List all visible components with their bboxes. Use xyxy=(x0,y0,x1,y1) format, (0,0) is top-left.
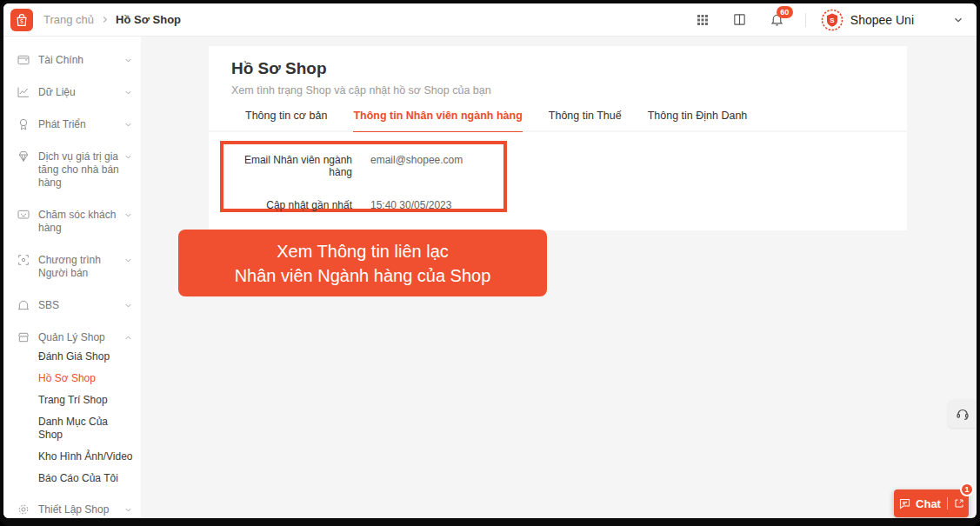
sidebar-item-phat-trien[interactable]: Phát Triển xyxy=(17,117,134,131)
annotation-highlight-box: Email Nhân viên ngành hàng email@shopee.… xyxy=(220,141,507,212)
sidebar-item-chuong-trinh-nguoi-ban[interactable]: Chương trình Người bán xyxy=(17,253,134,280)
apps-grid-icon[interactable] xyxy=(696,13,710,27)
sidebar-item-cham-soc-khach-hang[interactable]: Chăm sóc khách hàng xyxy=(17,208,134,235)
field-label: Email Nhân viên ngành hàng xyxy=(223,154,352,178)
seller-program-icon xyxy=(17,253,30,267)
gear-icon xyxy=(17,503,30,516)
chat-popout-icon[interactable] xyxy=(954,498,964,509)
guide-book-icon[interactable] xyxy=(732,12,747,27)
tab-thong-tin-dinh-danh[interactable]: Thông tin Định Danh xyxy=(648,110,748,134)
sidebar-subitem-ho-so-shop[interactable]: Hồ Sơ Shop xyxy=(38,370,134,387)
sidebar-item-dich-vu-gia-tri[interactable]: Dịch vụ giá trị gia tăng cho nhà bán hàn… xyxy=(17,150,134,190)
medal-icon xyxy=(17,117,30,131)
breadcrumb-separator-icon xyxy=(100,15,110,24)
sidebar-subitem-trang-tri-shop[interactable]: Trang Trí Shop xyxy=(38,392,134,409)
sidebar-item-label: Tài Chính xyxy=(38,53,123,67)
sidebar-item-sbs[interactable]: SBS xyxy=(17,298,134,312)
chevron-down-icon xyxy=(123,256,134,265)
field-row-last-updated: Cập nhật gần nhất 15:40 30/05/2023 xyxy=(223,199,503,211)
chevron-down-icon xyxy=(123,56,134,65)
sidebar-item-label: Dịch vụ giá trị gia tăng cho nhà bán hàn… xyxy=(38,150,123,190)
shopee-logo-icon[interactable] xyxy=(10,9,33,31)
sidebar-item-tai-chinh[interactable]: Tài Chính xyxy=(17,53,134,67)
field-value: email@shopee.com xyxy=(370,154,463,166)
sidebar-item-label: Chương trình Người bán xyxy=(38,253,123,280)
sidebar-subitem-kho-hinh-anh-video[interactable]: Kho Hình Ảnh/Video xyxy=(38,449,134,465)
diamond-icon xyxy=(17,150,30,163)
chevron-down-icon xyxy=(123,152,134,162)
field-row-email: Email Nhân viên ngành hàng email@shopee.… xyxy=(223,154,503,178)
tab-thong-tin-co-ban[interactable]: Thông tin cơ bản xyxy=(245,110,327,134)
tab-thong-tin-thue[interactable]: Thông tin Thuế xyxy=(549,110,622,134)
sidebar-item-label: Dữ Liệu xyxy=(38,85,123,99)
chevron-down-icon xyxy=(123,120,134,130)
account-menu[interactable]: S Shopee Uni xyxy=(820,8,914,32)
profile-tabs: Thông tin cơ bản Thông tin Nhân viên ngà… xyxy=(245,110,884,134)
chat-button[interactable]: Chat 1 xyxy=(894,489,969,517)
sidebar-item-label: Thiết Lập Shop xyxy=(38,503,123,516)
sidebar-item-du-lieu[interactable]: Dữ Liệu xyxy=(17,85,134,99)
sidebar-item-thiet-lap-shop[interactable]: Thiết Lập Shop xyxy=(17,503,134,516)
chevron-down-icon xyxy=(123,301,134,310)
topbar-actions: 60 S Shopee Uni xyxy=(673,8,964,32)
chat-bubble-icon xyxy=(898,497,911,510)
shop-management-submenu: Đánh Giá Shop Hồ Sơ Shop Trang Trí Shop … xyxy=(38,349,134,487)
sidebar-item-label: Quản Lý Shop xyxy=(38,330,123,344)
chat-divider xyxy=(947,497,948,509)
sidebar-item-quan-ly-shop[interactable]: Quản Lý Shop xyxy=(17,330,134,344)
callout-line-2: Nhân viên Ngành hàng của Shop xyxy=(178,263,547,288)
finance-wallet-icon xyxy=(17,53,30,67)
sidebar-item-label: SBS xyxy=(38,298,123,312)
account-chevron-down-icon[interactable] xyxy=(952,14,964,26)
chat-unread-badge: 1 xyxy=(960,483,974,496)
data-chart-icon xyxy=(17,85,30,99)
breadcrumb-home[interactable]: Trang chủ xyxy=(43,13,94,26)
sidebar-subitem-bao-cao-cua-toi[interactable]: Báo Cáo Của Tôi xyxy=(38,470,134,487)
breadcrumb: Trang chủ Hồ Sơ Shop xyxy=(43,13,181,26)
tab-thong-tin-nhan-vien-nganh-hang[interactable]: Thông tin Nhân viên ngành hàng xyxy=(353,110,522,134)
support-headset-icon[interactable] xyxy=(948,400,977,428)
svg-text:S: S xyxy=(830,16,835,23)
field-value: 15:40 30/05/2023 xyxy=(370,199,451,211)
shop-storefront-icon xyxy=(17,330,30,344)
customer-care-icon xyxy=(17,208,30,222)
avatar: S xyxy=(820,8,844,32)
annotation-callout: Xem Thông tin liên lạc Nhân viên Ngành h… xyxy=(178,230,547,296)
sidebar-subitem-danh-gia-shop[interactable]: Đánh Giá Shop xyxy=(38,349,134,365)
tab-content-card: Email Nhân viên ngành hàng email@shopee.… xyxy=(209,132,907,230)
chevron-down-icon xyxy=(123,88,134,97)
sidebar: Tài Chính Dữ Liệu Phát Triển xyxy=(3,37,141,518)
account-name: Shopee Uni xyxy=(850,13,914,27)
breadcrumb-current: Hồ Sơ Shop xyxy=(116,13,181,26)
page-title: Hồ Sơ Shop xyxy=(231,59,884,78)
chevron-down-icon xyxy=(123,210,134,220)
app-viewport: Trang chủ Hồ Sơ Shop xyxy=(3,3,977,518)
sidebar-item-label: Chăm sóc khách hàng xyxy=(38,208,123,235)
sidebar-subitem-danh-muc-cua-shop[interactable]: Danh Mục Của Shop xyxy=(38,414,134,443)
chat-label: Chat xyxy=(916,497,941,510)
topbar-divider xyxy=(805,13,806,27)
notification-bell-icon[interactable]: 60 xyxy=(770,12,784,27)
sidebar-item-label: Phát Triển xyxy=(38,117,123,131)
notification-badge: 60 xyxy=(777,6,793,18)
topbar: Trang chủ Hồ Sơ Shop xyxy=(3,3,977,37)
callout-line-1: Xem Thông tin liên lạc xyxy=(178,239,547,263)
field-label: Cập nhật gần nhất xyxy=(223,199,352,211)
screenshot-frame: Trang chủ Hồ Sơ Shop xyxy=(0,0,980,526)
sbs-arch-icon xyxy=(17,298,30,312)
profile-header-card: Hồ Sơ Shop Xem tình trạng Shop và cập nh… xyxy=(209,46,907,130)
chevron-down-icon xyxy=(123,505,134,515)
page-subtitle: Xem tình trạng Shop và cập nhật hồ sơ Sh… xyxy=(231,84,884,97)
chevron-up-icon xyxy=(123,333,134,343)
